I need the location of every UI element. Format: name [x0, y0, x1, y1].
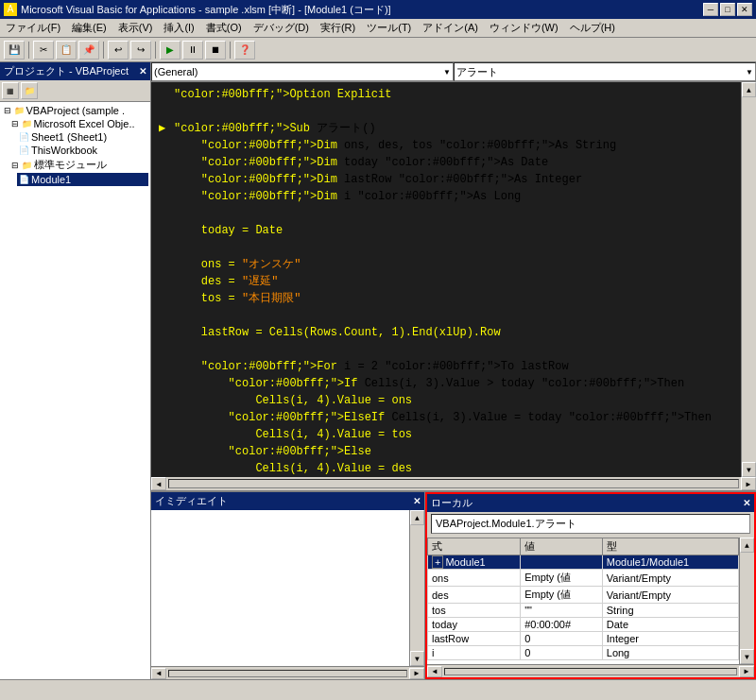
hscroll-left-btn[interactable]: ◀ — [151, 477, 166, 490]
locals-row-2[interactable]: desEmpty (値Variant/Empty — [428, 587, 739, 604]
expand-icon-0[interactable]: + — [432, 555, 443, 569]
locals-type-1: Variant/Empty — [602, 570, 738, 587]
arrow-marker-22 — [159, 460, 174, 477]
locals-row-0[interactable]: +Module1Module1/Module1 — [428, 555, 739, 570]
maximize-button[interactable]: □ — [720, 3, 735, 16]
locals-scroll-down-btn[interactable]: ▼ — [740, 649, 754, 664]
imm-hscroll-track[interactable] — [168, 670, 407, 677]
toolbar-btn-run[interactable]: ▶ — [160, 41, 180, 60]
vscroll-down[interactable]: ▼ — [742, 462, 756, 477]
immediate-close-button[interactable]: ✕ — [413, 496, 421, 506]
menu-item-ツール(T)[interactable]: ツール(T) — [361, 19, 417, 37]
arrow-marker-6 — [159, 188, 174, 205]
locals-row-4[interactable]: today#0:00:00#Date — [428, 618, 739, 632]
imm-hscroll-right[interactable]: ▶ — [409, 668, 424, 679]
locals-close-button[interactable]: ✕ — [743, 498, 750, 508]
code-text-1 — [174, 103, 733, 120]
locals-expr-3: tos — [428, 604, 521, 618]
arrow-marker-1 — [159, 103, 174, 120]
project-folder-btn[interactable]: 📁 — [21, 82, 38, 99]
arrow-marker-3 — [159, 137, 174, 154]
immediate-header: イミディエイト ✕ — [151, 492, 424, 510]
code-line-9 — [159, 239, 733, 256]
toolbar-btn-undo[interactable]: ↩ — [108, 41, 129, 60]
locals-expr-4: today — [428, 618, 521, 632]
toolbar-btn-1[interactable]: 💾 — [4, 41, 25, 60]
tree-item-thisworkbook[interactable]: 📄ThisWorkbook — [17, 144, 148, 157]
locals-scroll-up[interactable]: ▲ — [740, 538, 754, 553]
tree-item-excel-objects[interactable]: ⊟ 📁Microsoft Excel Obje.. — [9, 117, 148, 130]
hscroll-track[interactable] — [168, 479, 739, 488]
menu-item-アドイン(A)[interactable]: アドイン(A) — [417, 19, 484, 37]
arrow-marker-9 — [159, 239, 174, 256]
locals-type-2: Variant/Empty — [602, 587, 738, 604]
code-line-19: "color:#00bfff;">ElseIf Cells(i, 3).Valu… — [159, 409, 733, 426]
toolbar-btn-reset[interactable]: ⏹ — [205, 41, 226, 60]
code-text-0: "color:#00bfff;">Option Explicit — [174, 86, 733, 103]
menu-item-実行(R)[interactable]: 実行(R) — [315, 19, 361, 37]
locals-row-5[interactable]: lastRow0Integer — [428, 632, 739, 646]
toolbar-btn-paste[interactable]: 📌 — [78, 41, 99, 60]
menu-item-ヘルプ(H)[interactable]: ヘルプ(H) — [564, 19, 621, 37]
project-header: プロジェクト - VBAProject ✕ — [0, 62, 150, 80]
menu-item-書式(O)[interactable]: 書式(O) — [200, 19, 248, 37]
menu-item-表示(V)[interactable]: 表示(V) — [112, 19, 159, 37]
locals-hscroll-track[interactable] — [444, 668, 737, 675]
vscroll-up[interactable]: ▲ — [742, 82, 756, 97]
code-line-3: "color:#00bfff;">Dim ons, des, tos "colo… — [159, 137, 733, 154]
menu-item-デバッグ(D)[interactable]: デバッグ(D) — [248, 19, 315, 37]
imm-scroll-down[interactable]: ▼ — [410, 651, 424, 666]
tree-item-module1[interactable]: 📄Module1 — [17, 173, 148, 186]
project-view-btn[interactable]: ▦ — [2, 82, 19, 99]
toolbar-btn-break[interactable]: ⏸ — [182, 41, 203, 60]
toolbar-btn-redo[interactable]: ↪ — [130, 41, 151, 60]
immediate-content[interactable] — [151, 510, 409, 666]
arrow-marker-0 — [159, 86, 174, 103]
locals-row-3[interactable]: tos""String — [428, 604, 739, 618]
tree-item-vbaproject[interactable]: ⊟ 📁VBAProject (sample . — [2, 104, 148, 117]
menu-item-編集(E)[interactable]: 編集(E) — [66, 19, 112, 37]
locals-value-5: 0 — [521, 632, 603, 646]
locals-expr-2: des — [428, 587, 521, 604]
project-close-button[interactable]: ✕ — [139, 66, 146, 77]
menu-item-ファイル(F)[interactable]: ファイル(F) — [0, 19, 66, 37]
code-text-12: tos = "本日期限" — [174, 290, 733, 307]
toolbar: 💾 ✂ 📋 📌 ↩ ↪ ▶ ⏸ ⏹ ❓ — [0, 38, 756, 62]
arrow-marker-8 — [159, 222, 174, 239]
toolbar-btn-copy[interactable]: 📋 — [56, 41, 77, 60]
title-bar: A Microsoft Visual Basic for Application… — [0, 0, 756, 19]
immediate-header-label: イミディエイト — [155, 494, 228, 508]
close-button[interactable]: ✕ — [737, 3, 752, 16]
code-line-18: Cells(i, 4).Value = ons — [159, 392, 733, 409]
imm-hscroll-left[interactable]: ◀ — [151, 668, 166, 679]
code-text-18: Cells(i, 4).Value = ons — [174, 392, 733, 409]
locals-value-4: #0:00:00# — [521, 618, 603, 632]
menu-item-ウィンドウ(W)[interactable]: ウィンドウ(W) — [484, 19, 564, 37]
tree-item-modules[interactable]: ⊟ 📁標準モジュール — [9, 157, 148, 173]
project-panel: プロジェクト - VBAProject ✕ ▦ 📁 ⊟ 📁VBAProject … — [0, 62, 151, 679]
arrow-marker-14 — [159, 324, 174, 341]
hscroll-right-btn[interactable]: ▶ — [741, 477, 756, 490]
menu-item-挿入(I)[interactable]: 挿入(I) — [158, 19, 199, 37]
toolbar-separator-1 — [28, 42, 29, 59]
locals-hscroll-left[interactable]: ◀ — [427, 666, 442, 677]
toolbar-btn-help[interactable]: ❓ — [234, 41, 255, 60]
locals-row-1[interactable]: onsEmpty (値Variant/Empty — [428, 570, 739, 587]
tree-item-sheet1[interactable]: 📄Sheet1 (Sheet1) — [17, 130, 148, 144]
window-controls: ─ □ ✕ — [703, 3, 752, 16]
arrow-marker-12 — [159, 290, 174, 307]
locals-row-6[interactable]: i0Long — [428, 646, 739, 660]
minimize-button[interactable]: ─ — [703, 3, 718, 16]
locals-value-2: Empty (値 — [521, 587, 603, 604]
locals-value-3: "" — [521, 604, 603, 618]
procedure-dropdown-arrow: ▼ — [746, 68, 753, 77]
window-title: Microsoft Visual Basic for Applications … — [21, 3, 391, 17]
procedure-dropdown[interactable]: アラート ▼ — [454, 62, 756, 81]
locals-table: 式値型+Module1Module1/Module1onsEmpty (値Var… — [427, 538, 739, 664]
toolbar-btn-cut[interactable]: ✂ — [33, 41, 54, 60]
imm-scroll-up[interactable]: ▲ — [410, 510, 424, 525]
code-area: (General) ▼ アラート ▼ "color:#00bfff;">Opti… — [151, 62, 756, 490]
general-dropdown[interactable]: (General) ▼ — [151, 62, 454, 81]
code-editor[interactable]: "color:#00bfff;">Option Explicit ▶ "colo… — [151, 82, 741, 477]
locals-hscroll-right[interactable]: ▶ — [739, 666, 754, 677]
